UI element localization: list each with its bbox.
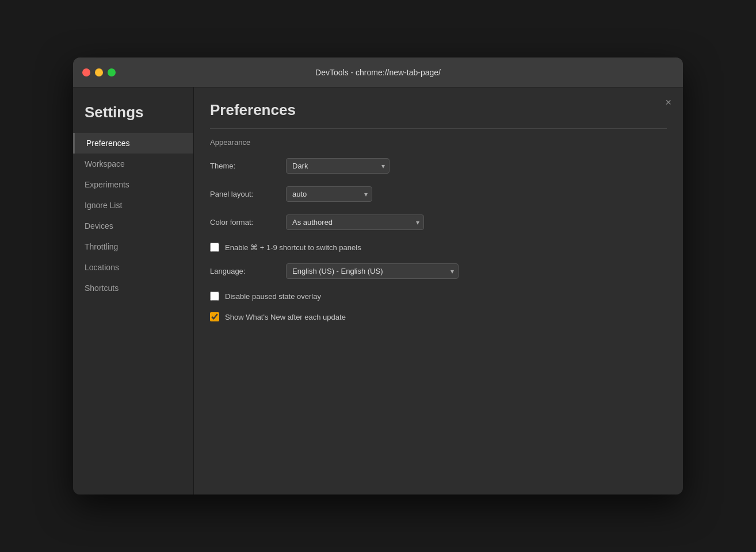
sidebar-item-preferences[interactable]: Preferences — [73, 133, 193, 154]
sidebar: Settings Preferences Workspace Experimen… — [73, 87, 194, 494]
language-label: Language: — [210, 267, 279, 275]
theme-select[interactable]: Default Dark Light — [286, 158, 390, 174]
color-format-select-wrapper: As authored HEX RGB HSL — [286, 214, 424, 230]
color-format-select[interactable]: As authored HEX RGB HSL — [286, 214, 424, 230]
sidebar-item-devices[interactable]: Devices — [73, 216, 193, 236]
panel-layout-setting-row: Panel layout: auto horizontal vertical — [210, 186, 667, 202]
panel-layout-select[interactable]: auto horizontal vertical — [286, 186, 372, 202]
sidebar-item-shortcuts[interactable]: Shortcuts — [73, 278, 193, 298]
sidebar-item-throttling[interactable]: Throttling — [73, 236, 193, 257]
panel-content: Appearance Theme: Default Dark Light Pan… — [194, 128, 683, 494]
language-select-wrapper: English (US) - English (US) Deutsch Espa… — [286, 263, 459, 279]
main-panel: × Preferences Appearance Theme: Default … — [194, 87, 683, 494]
sidebar-item-locations[interactable]: Locations — [73, 257, 193, 278]
sidebar-item-ignore-list[interactable]: Ignore List — [73, 195, 193, 216]
settings-heading: Settings — [73, 99, 193, 133]
color-format-setting-row: Color format: As authored HEX RGB HSL — [210, 214, 667, 230]
panel-title: Preferences — [194, 87, 683, 128]
whats-new-checkbox-row: Show What's New after each update — [210, 312, 667, 321]
panel-layout-label: Panel layout: — [210, 190, 279, 198]
maximize-button[interactable] — [108, 68, 116, 76]
theme-select-wrapper: Default Dark Light — [286, 158, 390, 174]
minimize-button[interactable] — [95, 68, 103, 76]
paused-overlay-checkbox-row: Disable paused state overlay — [210, 292, 667, 301]
titlebar: DevTools - chrome://new-tab-page/ — [73, 57, 683, 87]
content-area: Settings Preferences Workspace Experimen… — [73, 87, 683, 494]
language-select[interactable]: English (US) - English (US) Deutsch Espa… — [286, 263, 459, 279]
show-whats-new-checkbox[interactable] — [210, 312, 219, 321]
sidebar-item-workspace[interactable]: Workspace — [73, 154, 193, 174]
show-whats-new-label: Show What's New after each update — [225, 313, 346, 321]
window-title: DevTools - chrome://new-tab-page/ — [315, 68, 441, 77]
devtools-window: DevTools - chrome://new-tab-page/ Settin… — [73, 57, 683, 494]
panel-layout-select-wrapper: auto horizontal vertical — [286, 186, 372, 202]
shortcut-checkbox-row: Enable ⌘ + 1-9 shortcut to switch panels — [210, 243, 667, 252]
section-divider — [210, 128, 667, 129]
shortcut-panels-label: Enable ⌘ + 1-9 shortcut to switch panels — [225, 243, 361, 252]
disable-paused-overlay-label: Disable paused state overlay — [225, 292, 321, 301]
close-button[interactable] — [82, 68, 90, 76]
color-format-label: Color format: — [210, 218, 279, 227]
shortcut-panels-checkbox[interactable] — [210, 243, 219, 252]
sidebar-item-experiments[interactable]: Experiments — [73, 174, 193, 195]
appearance-section-title: Appearance — [210, 138, 667, 147]
theme-label: Theme: — [210, 162, 279, 170]
disable-paused-overlay-checkbox[interactable] — [210, 292, 219, 301]
panel-close-button[interactable]: × — [665, 97, 671, 109]
theme-setting-row: Theme: Default Dark Light — [210, 158, 667, 174]
language-setting-row: Language: English (US) - English (US) De… — [210, 263, 667, 279]
traffic-lights — [82, 68, 116, 76]
